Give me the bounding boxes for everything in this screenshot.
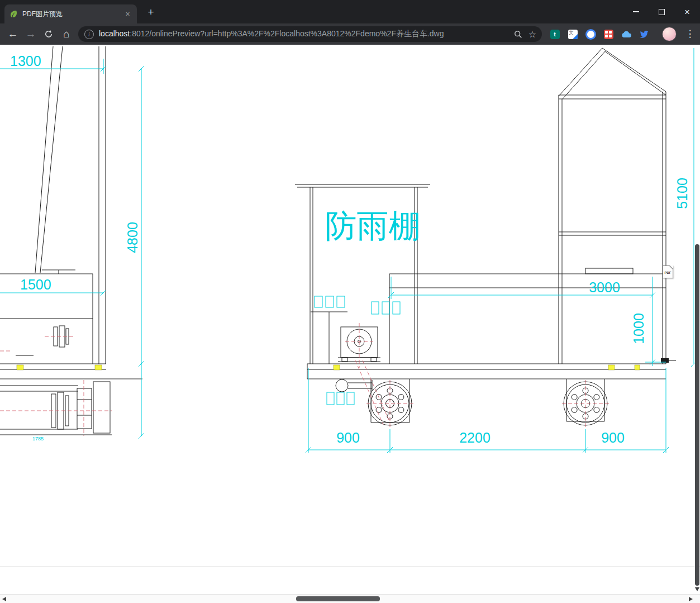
forward-icon: → [26,28,36,40]
back-button[interactable]: ← [4,26,21,42]
scroll-down-arrow-icon[interactable] [695,587,699,591]
dim-5100: 5100 [674,178,690,209]
vertical-scrollbar-thumb[interactable] [695,244,699,586]
dim-900-left: 900 [336,430,360,445]
url-text[interactable]: localhost:8012/onlinePreview?url=http%3A… [99,29,513,39]
window-controls: × [623,0,700,23]
cloud-icon [621,30,632,38]
dim-1300: 1300 [10,53,41,69]
tab-close-icon[interactable]: × [123,10,132,19]
new-tab-button[interactable]: + [144,5,158,20]
forward-button[interactable]: → [22,26,39,42]
ring-extension-button[interactable] [582,26,599,42]
cloud-extension-button[interactable] [617,26,635,42]
maximize-icon [659,9,665,15]
bookmark-star-icon: ☆ [528,29,536,40]
extensions-row: t 文 [546,23,653,45]
window-minimize-button[interactable] [623,0,649,23]
address-bar[interactable]: i localhost:8012/onlinePreview?url=http%… [78,26,542,42]
dim-2200: 2200 [459,430,491,445]
extension-teal-icon: t [550,30,560,39]
minimize-icon [633,11,639,12]
translate-icon: 文 [568,30,578,39]
profile-avatar[interactable] [662,27,677,41]
dim-1785: 1785 [32,436,44,441]
browser-toolbar: ← → ⌂ i localhost:8012/onlinePreview?url… [0,23,700,45]
cad-dimension-lines [0,48,697,453]
dim-900-right: 900 [601,430,625,445]
window-maximize-button[interactable] [649,0,674,23]
reload-icon [44,30,53,39]
translate-extension-button[interactable]: 文 [564,26,582,42]
rain-shelter-label: 防雨棚 [325,208,421,244]
page-content: 1300 4800 1500 1785 防雨棚 3000 1000 5100 9… [0,45,700,594]
ring-icon [585,29,596,40]
cad-drawing: 1300 4800 1500 1785 防雨棚 3000 1000 5100 9… [0,45,700,594]
tab-title: PDF图片预览 [22,10,123,19]
tab-active[interactable]: PDF图片预览 × [4,4,137,23]
magnifier-icon [514,30,522,39]
pdf-badge-label: PDF [663,271,673,274]
scroll-right-arrow-icon[interactable] [689,597,693,601]
horizontal-scrollbar-thumb[interactable] [296,596,380,601]
bookmark-button[interactable]: ☆ [527,29,537,39]
bird-extension-button[interactable] [635,26,653,42]
dim-3000: 3000 [589,279,620,295]
reload-button[interactable] [40,26,57,42]
zoom-button[interactable] [513,29,523,39]
extension-teal-button[interactable]: t [546,26,564,42]
scroll-left-arrow-icon[interactable] [2,597,6,601]
red-grid-icon [604,30,613,39]
back-icon: ← [8,28,18,40]
dim-1000: 1000 [631,313,646,344]
url-host: localhost [99,29,130,38]
site-info-icon[interactable]: i [84,30,94,39]
window-close-button[interactable]: × [674,0,700,23]
browser-menu-button[interactable]: ⋮ [682,26,698,42]
url-path: :8012/onlinePreview?url=http%3A%2F%2Floc… [130,29,444,38]
browser-titlebar: PDF图片预览 × + × [0,0,700,23]
bird-icon [640,30,649,39]
home-button[interactable]: ⌂ [58,26,75,42]
red-extension-button[interactable] [599,26,617,42]
home-icon: ⌂ [63,28,69,40]
dim-4800: 4800 [125,222,140,253]
tab-favicon-leaf-icon [9,10,18,18]
horizontal-scrollbar[interactable] [0,594,700,603]
pdf-file-icon[interactable]: PDF [663,265,673,278]
dim-1500: 1500 [20,277,51,292]
pdf-fold-corner [670,265,673,269]
close-icon: × [684,7,690,17]
page-boundary-line [0,566,700,567]
